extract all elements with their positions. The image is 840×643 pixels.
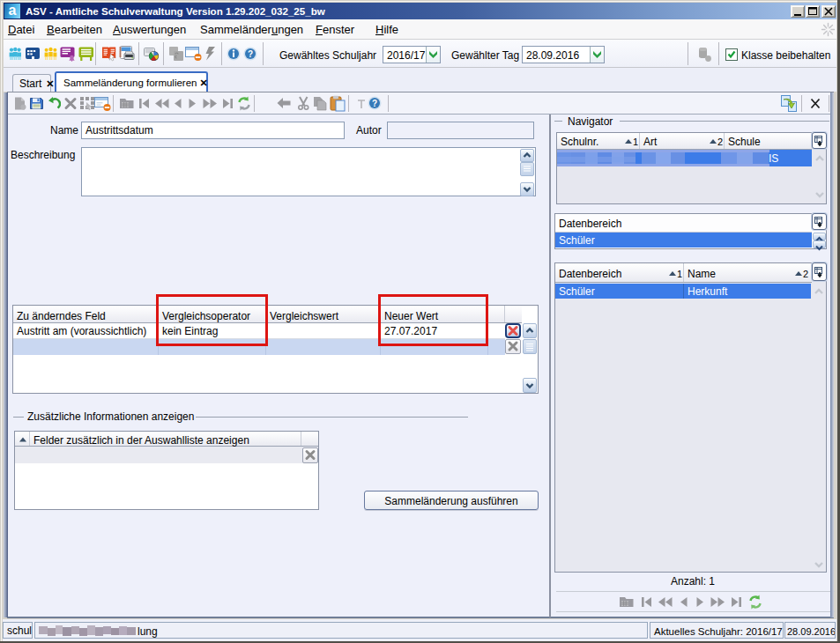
svg-text:?: ?: [372, 99, 377, 108]
svg-text:?: ?: [248, 49, 253, 59]
svg-text:1: 1: [677, 269, 682, 278]
svg-text:1: 1: [633, 137, 638, 146]
svg-text:2: 2: [803, 269, 808, 278]
svg-text:2: 2: [717, 137, 723, 146]
